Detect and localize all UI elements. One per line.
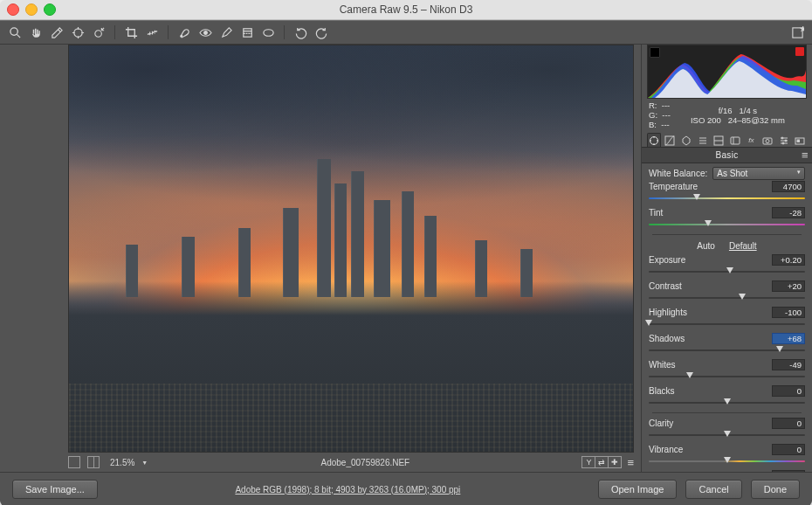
svg-point-7 — [94, 30, 101, 37]
svg-rect-23 — [731, 137, 740, 144]
exposure-slider[interactable] — [649, 266, 805, 277]
workflow-options-link[interactable]: Adobe RGB (1998); 8 bit; 4903 by 3263 (1… — [107, 485, 589, 495]
preview-image[interactable] — [68, 45, 634, 453]
svg-point-30 — [785, 140, 787, 142]
temperature-value[interactable]: 4700 — [772, 181, 805, 192]
tab-lens-icon[interactable] — [728, 133, 742, 147]
preview-preset-y-icon[interactable]: Y — [581, 456, 595, 468]
adjustment-brush-icon[interactable] — [219, 25, 233, 39]
radial-filter-icon[interactable] — [261, 25, 275, 39]
clarity-value[interactable]: 0 — [772, 418, 805, 429]
svg-line-1 — [17, 34, 20, 38]
adjustment-panel: R: --- G: --- B: --- f/16 1/4 s ISO 200 … — [641, 45, 812, 472]
exif-readout: f/16 1/4 s ISO 200 24–85@32 mm — [671, 100, 805, 129]
blacks-value[interactable]: 0 — [772, 385, 805, 397]
spot-removal-icon[interactable] — [177, 25, 191, 39]
rotate-cw-icon[interactable] — [314, 25, 328, 39]
crop-icon[interactable] — [124, 25, 138, 39]
rgb-readout: R: --- G: --- B: --- f/16 1/4 s ISO 200 … — [642, 99, 812, 131]
preview-preset-swap-icon[interactable]: ⇄ — [595, 456, 609, 468]
svg-point-2 — [73, 28, 81, 36]
save-button[interactable]: Save Image... — [12, 480, 98, 499]
svg-rect-34 — [797, 140, 800, 142]
svg-point-8 — [180, 35, 182, 37]
svg-point-26 — [766, 139, 769, 142]
targeted-adjustment-icon[interactable] — [92, 25, 106, 39]
tab-hsl-icon[interactable] — [696, 133, 710, 147]
contrast-slider[interactable] — [649, 293, 805, 303]
snapshot-star-icon[interactable]: ★ — [790, 25, 804, 39]
view-single-icon[interactable] — [68, 456, 80, 468]
zoom-level[interactable]: 21.5% — [110, 458, 134, 467]
panel-menu-icon[interactable]: ≡ — [802, 149, 809, 162]
shadows-slider[interactable] — [649, 345, 805, 356]
svg-point-28 — [781, 137, 783, 139]
tab-detail-icon[interactable] — [679, 133, 693, 147]
shadow-clipping-icon[interactable] — [650, 47, 660, 58]
clarity-slider[interactable] — [649, 430, 805, 440]
pan-icon[interactable] — [29, 25, 43, 39]
window-close-icon[interactable] — [7, 3, 19, 16]
tab-snapshots-icon[interactable] — [793, 133, 807, 147]
tab-presets-icon[interactable] — [777, 133, 791, 147]
white-balance-eyedropper-icon[interactable] — [50, 25, 64, 39]
view-compare-icon[interactable] — [87, 456, 100, 468]
blacks-slider[interactable] — [649, 398, 805, 408]
temperature-slider[interactable] — [649, 193, 805, 204]
file-name: Adobe_00759826.NEF — [155, 458, 575, 467]
straighten-icon[interactable] — [145, 25, 159, 39]
highlights-value[interactable]: -100 — [772, 307, 805, 318]
svg-point-13 — [263, 29, 272, 36]
tint-value[interactable]: -28 — [772, 207, 805, 218]
shadows-value[interactable]: +68 — [772, 333, 805, 344]
exposure-value[interactable]: +0.20 — [772, 254, 805, 266]
action-bar: Save Image... Adobe RGB (1998); 8 bit; 4… — [0, 472, 812, 505]
cancel-button[interactable]: Cancel — [685, 480, 741, 499]
svg-text:★: ★ — [801, 26, 804, 31]
default-button[interactable]: Default — [729, 241, 757, 251]
svg-rect-10 — [243, 28, 251, 36]
preview-preset-plus-icon[interactable]: ✚ — [608, 456, 622, 468]
camera-raw-app: ★ — [0, 20, 812, 505]
window-title: Camera Raw 9.5 – Nikon D3 — [0, 3, 812, 16]
wb-label: White Balance: — [649, 169, 707, 178]
whites-value[interactable]: -49 — [772, 359, 805, 370]
vibrance-value[interactable]: 0 — [772, 444, 805, 455]
tab-basic-icon[interactable] — [647, 133, 661, 147]
wb-select[interactable]: As Shot▾ — [712, 167, 805, 180]
color-sampler-icon[interactable] — [71, 25, 85, 39]
graduated-filter-icon[interactable] — [240, 25, 254, 39]
rotate-ccw-icon[interactable] — [293, 25, 307, 39]
panel-title: Basic ≡ — [642, 148, 812, 163]
adjustment-tabs: fx — [642, 131, 812, 148]
auto-button[interactable]: Auto — [697, 241, 715, 251]
highlights-slider[interactable] — [649, 319, 805, 329]
contrast-value[interactable]: +20 — [772, 280, 805, 292]
vibrance-slider[interactable] — [649, 456, 805, 467]
tab-split-icon[interactable] — [712, 133, 726, 147]
tab-camera-icon[interactable] — [760, 133, 774, 147]
open-image-button[interactable]: Open Image — [598, 480, 678, 499]
titlebar: Camera Raw 9.5 – Nikon D3 — [0, 0, 812, 20]
preview-footer: 21.5% ▼ Adobe_00759826.NEF Y ⇄ ✚ ≡ — [7, 454, 634, 472]
svg-point-9 — [203, 31, 207, 34]
window-zoom-icon[interactable] — [44, 3, 56, 16]
preview-menu-icon[interactable]: ≡ — [627, 457, 634, 468]
zoom-dropdown-icon[interactable]: ▼ — [141, 460, 148, 466]
window-minimize-icon[interactable] — [25, 3, 38, 16]
svg-point-0 — [10, 27, 17, 34]
tab-fx-icon[interactable]: fx — [745, 133, 759, 147]
tool-toolbar: ★ — [0, 20, 812, 45]
done-button[interactable]: Done — [751, 480, 800, 499]
highlight-clipping-icon[interactable] — [795, 47, 804, 56]
zoom-icon[interactable] — [8, 25, 22, 39]
histogram[interactable] — [647, 45, 807, 99]
tint-slider[interactable] — [649, 219, 805, 230]
red-eye-icon[interactable] — [198, 25, 212, 39]
svg-point-32 — [782, 142, 784, 144]
preview-area[interactable] — [7, 45, 634, 454]
tab-curve-icon[interactable] — [664, 133, 678, 147]
whites-slider[interactable] — [649, 371, 805, 382]
